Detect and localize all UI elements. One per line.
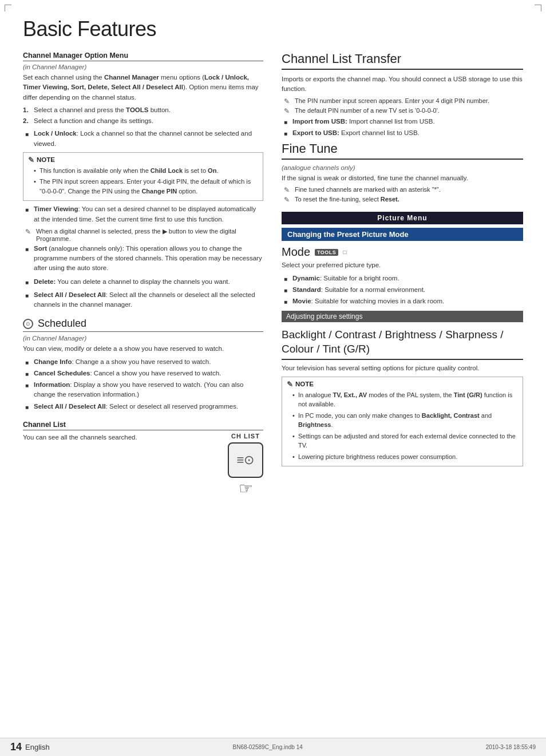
delete-item: ■ Delete: You can delete a channel to di… [23,277,263,287]
backlight-note-icon: ✎ [287,380,293,389]
clt-note1: ✎ The PIN number input screen appears. E… [282,97,523,105]
changing-preset-heading: Changing the Preset Picture Mode [282,228,523,241]
ch-list-image: CH LIST ≡⊙ ☞ [228,433,263,498]
ch-button-icon: ≡⊙ [237,453,255,468]
mode-label: Mode [282,246,310,259]
channel-manager-body: Set each channel using the Channel Manag… [23,73,263,102]
page-number-area: 14 English [10,741,50,753]
scheduled-list: ■ Change Info: Change a a show you have … [23,357,263,411]
import-bullet: ■ Import from USB: Import channel list f… [282,117,523,126]
hand-pointer-icon: ☞ [239,479,253,498]
backlight-note-items: In analogue TV, Ext., AV modes of the PA… [287,390,518,462]
export-bullet: ■ Export to USB: Export channel list to … [282,128,523,138]
information-bullet: ■ Information: Display a show you have r… [23,380,263,400]
scheduled-sub: (in Channel Manager) [23,335,263,342]
backlight-note-title: ✎ NOTE [287,380,518,389]
note-title: ✎ NOTE [28,156,258,164]
mode-body: Select your preferred picture type. [282,260,523,270]
channel-manager-heading: Channel Manager Option Menu [23,52,263,61]
page-number: 14 [10,741,22,753]
ch-button: ≡⊙ [228,442,263,478]
standard-bullet: ■ Standard: Suitable for a normal enviro… [282,285,523,295]
page: Basic Features Channel Manager Option Me… [0,0,546,756]
pencil-icon-5: ✎ [284,196,292,204]
delete-bullet: ■ Delete: You can delete a channel to di… [23,277,263,287]
timer-viewing-item: ■ Timer Viewing: You can set a desired c… [23,204,263,224]
mode-list: ■ Dynamic: Suitable for a bright room. ■… [282,274,523,307]
backlight-note-item-2: In PC mode, you can only make changes to… [292,411,518,430]
note-item-2: The PIN input screen appears. Enter your… [34,177,258,196]
movie-bullet: ■ Movie: Suitable for watching movies in… [282,296,523,306]
fine-tune-sub: (analogue channels only) [282,164,523,171]
scheduled-heading-area: ⊙ Scheduled [23,318,263,332]
channel-manager-section: Channel Manager Option Menu (in Channel … [23,52,263,310]
main-title: Basic Features [23,17,523,41]
note-block: ✎ NOTE This function is available only w… [23,152,263,201]
cancel-schedules-bullet: ■ Cancel Schedules: Cancel a show you ha… [23,369,263,378]
pencil-icon-4: ✎ [284,186,292,194]
scheduled-icon: ⊙ [23,319,33,329]
backlight-note-item-3: Settings can be adjusted and stored for … [292,432,518,450]
scheduled-body: You can view, modify or delete a a show … [23,344,263,354]
corner-mark-tr [535,5,541,11]
fine-tune-body: If the signal is weak or distorted, fine… [282,173,523,183]
lock-item: ■ Lock / Unlock: Lock a channel so that … [23,129,263,149]
sort-item: ■ Sort (analogue channels only): This op… [23,244,263,274]
backlight-note-item-4: Lowering picture brightness reduces powe… [292,452,518,462]
channel-manager-sub: (in Channel Manager) [23,64,263,70]
clt-bullet-list: ■ Import from USB: Import channel list f… [282,117,523,138]
channel-list-area: You can see all the channels searched. C… [23,433,263,498]
backlight-note-block: ✎ NOTE In analogue TV, Ext., AV modes of… [282,377,523,467]
channel-list-transfer-section: Channel List Transfer Imports or exports… [282,52,523,138]
backlight-note-item-1: In analogue TV, Ext., AV modes of the PA… [292,390,518,409]
adjusting-heading: Adjusting picture settings [282,311,523,322]
two-col-layout: Channel Manager Option Menu (in Channel … [23,52,523,498]
sort-bullet: ■ Sort (analogue channels only): This op… [23,244,263,274]
mode-heading: Mode TOOLS □ [282,246,523,259]
select-all-scheduled-bullet: ■ Select All / Deselect All: Select or d… [23,402,263,411]
pencil-icon-3: ✎ [284,107,292,115]
step-1: 1. Select a channel and press the TOOLS … [23,105,263,115]
fine-tune-section: Fine Tune (analogue channels only) If th… [282,141,523,204]
picture-menu-bar: Picture Menu [282,212,523,224]
lock-bullet: ■ Lock / Unlock: Lock a channel so that … [23,129,263,149]
footer-bar: 14 English BN68-02589C_Eng.indb 14 2010-… [0,738,546,756]
channel-manager-steps: 1. Select a channel and press the TOOLS … [23,105,263,126]
select-all-bullet: ■ Select All / Deselect All: Select all … [23,290,263,310]
change-info-bullet: ■ Change Info: Change a a show you have … [23,357,263,367]
select-all-item: ■ Select All / Deselect All: Select all … [23,290,263,310]
channel-list-transfer-heading: Channel List Transfer [282,52,523,70]
channel-list-transfer-body: Imports or exports the channel map. You … [282,74,523,94]
backlight-body: Your television has several setting opti… [282,363,523,373]
tools-icon: □ [343,249,346,255]
pencil-icon-2: ✎ [284,97,292,105]
pencil-icon-1: ✎ [25,228,33,236]
note-item-1: This function is available only when the… [34,166,258,176]
left-column: Channel Manager Option Menu (in Channel … [23,52,263,498]
note-icon: ✎ [28,156,34,164]
scheduled-heading-text: Scheduled [38,318,86,330]
clt-note2: ✎ The default PIN number of a new TV set… [282,107,523,115]
channel-list-body: You can see all the channels searched. [23,433,201,442]
backlight-heading: Backlight / Contrast / Brightness / Shar… [282,328,523,359]
corner-mark-tl [5,5,11,11]
fine-tune-note2: ✎ To reset the fine-tuning, select Reset… [282,196,523,204]
fine-tune-note1: ✎ Fine tuned channels are marked with an… [282,186,523,194]
footer-right: 2010-3-18 18:55:49 [486,744,536,750]
timer-bullet: ■ Timer Viewing: You can set a desired c… [23,204,263,224]
footer-left: BN68-02589C_Eng.indb 14 [233,744,303,750]
page-label: English [25,743,50,751]
channel-list-heading: Channel List [23,421,263,430]
step-2: 2. Select a function and change its sett… [23,116,263,126]
timer-note-inline: ✎ When a digital channel is selected, pr… [23,228,263,242]
right-column: Channel List Transfer Imports or exports… [282,52,523,498]
ch-list-label: CH LIST [231,433,260,440]
tools-badge: TOOLS [315,249,338,256]
dynamic-bullet: ■ Dynamic: Suitable for a bright room. [282,274,523,283]
fine-tune-heading: Fine Tune [282,141,523,160]
note-items: This function is available only when the… [28,166,258,196]
changing-preset-label: Changing the Preset Picture Mode [287,230,409,239]
